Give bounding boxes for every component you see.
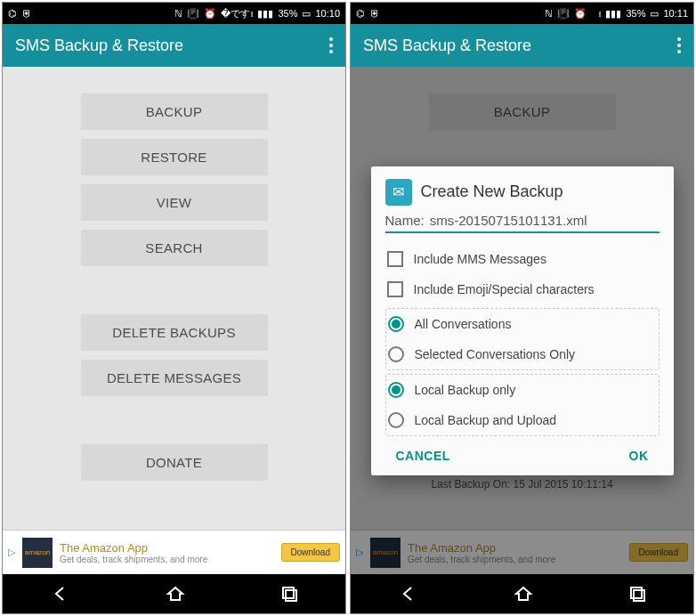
right-phone: ⌬ ⛨ ℕ 📳 ⏰ ⠀ı ▮▮▮ 35% ▭ 10:11 SMS Backup …: [350, 2, 694, 614]
wifi-icon: ⠀ı: [591, 8, 601, 20]
checkbox-icon: [387, 281, 403, 297]
alarm-icon: ⏰: [204, 8, 216, 20]
battery-percent: 35%: [278, 8, 297, 19]
radio-icon: [388, 316, 404, 332]
wifi-icon: �ですı: [221, 7, 253, 20]
option-label: Local Backup only: [415, 383, 516, 397]
svg-rect-5: [634, 590, 644, 601]
shield-icon: ⛨: [370, 8, 380, 19]
alarm-icon: ⏰: [574, 8, 587, 20]
backup-button[interactable]: BACKUP: [81, 93, 268, 130]
ad-title: The Amazon App: [60, 541, 274, 555]
app-bar: SMS Backup & Restore: [3, 24, 345, 67]
battery-percent: 35%: [626, 8, 645, 19]
signal-icon: ▮▮▮: [605, 8, 621, 20]
dialog-title: Create New Backup: [421, 182, 563, 201]
signal-icon: ▮▮▮: [257, 8, 273, 20]
ad-download-button[interactable]: Download: [281, 543, 340, 562]
back-icon[interactable]: [399, 584, 418, 604]
ok-button[interactable]: OK: [629, 449, 649, 463]
option-label: Include MMS Messages: [414, 252, 546, 266]
option-label: All Conversations: [415, 317, 512, 331]
delete-backups-button[interactable]: DELETE BACKUPS: [81, 314, 268, 351]
all-conversations-option[interactable]: All Conversations: [386, 309, 659, 339]
local-and-upload-option[interactable]: Local Backup and Upload: [386, 405, 659, 435]
include-emoji-option[interactable]: Include Emoji/Special characters: [385, 274, 660, 304]
recent-apps-icon[interactable]: [280, 585, 298, 603]
overflow-menu-icon[interactable]: [329, 37, 333, 53]
bike-icon: ⌬: [356, 8, 365, 20]
svg-marker-0: [168, 588, 182, 600]
svg-rect-4: [631, 588, 642, 598]
vibrate-icon: 📳: [557, 8, 570, 20]
ad-subtitle: Get deals, track shipments, and more: [60, 555, 274, 564]
backup-filename-input[interactable]: sms-20150715101131.xml: [430, 213, 587, 228]
recent-apps-icon[interactable]: [628, 585, 646, 603]
app-logo-icon: ✉: [385, 179, 412, 206]
create-backup-dialog: ✉ Create New Backup Name: sms-2015071510…: [371, 166, 674, 475]
left-phone: ⌬ ⛨ ℕ 📳 ⏰ �ですı ▮▮▮ 35% ▭ 10:10 SMS Backu…: [2, 2, 346, 614]
shield-icon: ⛨: [22, 8, 32, 19]
clock: 10:10: [315, 8, 340, 19]
status-bar: ⌬ ⛨ ℕ 📳 ⏰ ⠀ı ▮▮▮ 35% ▭ 10:11: [351, 3, 693, 24]
status-bar: ⌬ ⛨ ℕ 📳 ⏰ �ですı ▮▮▮ 35% ▭ 10:10: [3, 3, 345, 24]
battery-icon: ▭: [650, 8, 659, 20]
option-label: Include Emoji/Special characters: [414, 282, 595, 296]
svg-rect-2: [286, 590, 296, 601]
main-content: BACKUP RESTORE VIEW SEARCH DELETE BACKUP…: [3, 67, 345, 530]
nfc-icon: ℕ: [545, 8, 553, 20]
clock: 10:11: [663, 8, 688, 19]
delete-messages-button[interactable]: DELETE MESSAGES: [81, 360, 268, 396]
option-label: Local Backup and Upload: [415, 413, 557, 427]
selected-conversations-option[interactable]: Selected Conversations Only: [386, 339, 659, 369]
back-icon[interactable]: [51, 584, 70, 604]
amazon-logo-icon: amazon: [22, 538, 53, 568]
svg-marker-3: [516, 588, 530, 600]
cancel-button[interactable]: CANCEL: [396, 449, 450, 463]
app-title: SMS Backup & Restore: [15, 36, 329, 55]
checkbox-icon: [387, 251, 403, 267]
search-button[interactable]: SEARCH: [81, 230, 268, 266]
restore-button[interactable]: RESTORE: [81, 139, 268, 175]
svg-rect-1: [283, 588, 294, 598]
radio-icon: [388, 382, 404, 398]
include-mms-option[interactable]: Include MMS Messages: [385, 244, 660, 274]
app-bar: SMS Backup & Restore: [351, 24, 693, 67]
battery-icon: ▭: [302, 8, 311, 20]
vibrate-icon: 📳: [187, 8, 199, 20]
nav-bar: [351, 574, 693, 613]
nav-bar: [3, 574, 345, 613]
local-only-option[interactable]: Local Backup only: [386, 375, 659, 405]
option-label: Selected Conversations Only: [415, 347, 576, 361]
destination-group: Local Backup only Local Backup and Uploa…: [385, 374, 660, 436]
overflow-menu-icon[interactable]: [677, 37, 681, 53]
view-button[interactable]: VIEW: [81, 184, 268, 221]
radio-icon: [388, 346, 404, 362]
conversation-scope-group: All Conversations Selected Conversations…: [385, 308, 660, 370]
name-label: Name:: [385, 213, 425, 228]
dialog-scrim[interactable]: ✉ Create New Backup Name: sms-2015071510…: [351, 67, 693, 574]
ad-banner[interactable]: ▷ amazon The Amazon App Get deals, track…: [3, 530, 345, 574]
bike-icon: ⌬: [8, 8, 17, 20]
donate-button[interactable]: DONATE: [81, 444, 268, 481]
adchoices-icon: ▷: [8, 547, 15, 558]
app-title: SMS Backup & Restore: [363, 36, 677, 55]
radio-icon: [388, 412, 404, 428]
home-icon[interactable]: [166, 584, 185, 604]
nfc-icon: ℕ: [174, 8, 182, 20]
home-icon[interactable]: [514, 584, 533, 604]
